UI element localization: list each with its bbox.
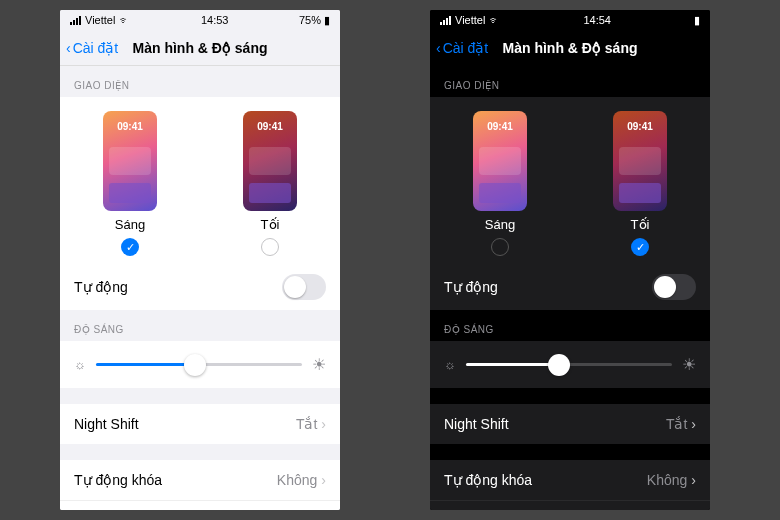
nav-bar: ‹ Cài đặt Màn hình & Độ sáng xyxy=(60,30,340,66)
preview-light: 09:41 xyxy=(103,111,157,211)
brightness-slider[interactable] xyxy=(466,363,672,366)
back-button[interactable]: ‹ Cài đặt xyxy=(66,40,118,56)
sun-large-icon: ☀ xyxy=(312,355,326,374)
night-shift-label: Night Shift xyxy=(74,416,139,432)
page-title: Màn hình & Độ sáng xyxy=(503,40,638,56)
wifi-icon: ᯤ xyxy=(119,14,130,26)
auto-lock-value: Không xyxy=(647,472,687,488)
auto-toggle[interactable] xyxy=(282,274,326,300)
auto-lock-label: Tự động khóa xyxy=(444,472,532,488)
night-shift-value: Tắt xyxy=(666,416,687,432)
light-option-label: Sáng xyxy=(115,217,145,232)
chevron-right-icon: › xyxy=(321,472,326,488)
battery-icon: ▮ xyxy=(694,14,700,27)
chevron-right-icon: › xyxy=(321,416,326,432)
back-label: Cài đặt xyxy=(73,40,119,56)
back-button[interactable]: ‹ Cài đặt xyxy=(436,40,488,56)
nav-bar: ‹ Cài đặt Màn hình & Độ sáng xyxy=(430,30,710,66)
sun-large-icon: ☀ xyxy=(682,355,696,374)
night-shift-value: Tắt xyxy=(296,416,317,432)
auto-lock-row[interactable]: Tự động khóa Không› xyxy=(60,460,340,500)
chevron-right-icon: › xyxy=(691,472,696,488)
chevron-left-icon: ‹ xyxy=(66,40,71,56)
night-shift-row[interactable]: Night Shift Tắt› xyxy=(430,404,710,444)
signal-icon xyxy=(440,16,451,25)
raise-to-wake-row: Đưa lên để bật xyxy=(60,500,340,510)
auto-toggle[interactable] xyxy=(652,274,696,300)
light-option-label: Sáng xyxy=(485,217,515,232)
clock: 14:53 xyxy=(201,14,229,26)
preview-dark: 09:41 xyxy=(613,111,667,211)
dark-option-label: Tối xyxy=(631,217,650,232)
chevron-right-icon: › xyxy=(691,416,696,432)
raise-to-wake-row: Đưa lên để bật xyxy=(430,500,710,510)
wifi-icon: ᯤ xyxy=(489,14,500,26)
phone-dark: Viettel ᯤ 14:54 ▮ ‹ Cài đặt Màn hình & Đ… xyxy=(430,10,710,510)
signal-icon xyxy=(70,16,81,25)
auto-lock-value: Không xyxy=(277,472,317,488)
status-bar: Viettel ᯤ 14:54 ▮ xyxy=(430,10,710,30)
sun-small-icon: ☼ xyxy=(74,357,86,372)
section-brightness-label: ĐỘ SÁNG xyxy=(60,310,340,341)
battery-icon: ▮ xyxy=(324,14,330,27)
brightness-slider[interactable] xyxy=(96,363,302,366)
night-shift-row[interactable]: Night Shift Tắt› xyxy=(60,404,340,444)
night-shift-label: Night Shift xyxy=(444,416,509,432)
battery-pct: 75% xyxy=(299,14,321,26)
appearance-option-light[interactable]: 09:41 Sáng xyxy=(465,111,535,256)
radio-selected-icon[interactable] xyxy=(121,238,139,256)
radio-unselected-icon[interactable] xyxy=(261,238,279,256)
back-label: Cài đặt xyxy=(443,40,489,56)
phone-light: Viettel ᯤ 14:53 75% ▮ ‹ Cài đặt Màn hình… xyxy=(60,10,340,510)
sun-small-icon: ☼ xyxy=(444,357,456,372)
auto-label: Tự động xyxy=(74,279,128,295)
appearance-option-dark[interactable]: 09:41 Tối xyxy=(605,111,675,256)
auto-lock-row[interactable]: Tự động khóa Không› xyxy=(430,460,710,500)
appearance-picker: 09:41 Sáng 09:41 Tối xyxy=(430,97,710,264)
appearance-option-dark[interactable]: 09:41 Tối xyxy=(235,111,305,256)
status-bar: Viettel ᯤ 14:53 75% ▮ xyxy=(60,10,340,30)
radio-unselected-icon[interactable] xyxy=(491,238,509,256)
radio-selected-icon[interactable] xyxy=(631,238,649,256)
auto-appearance-row: Tự động xyxy=(60,264,340,310)
preview-light: 09:41 xyxy=(473,111,527,211)
auto-label: Tự động xyxy=(444,279,498,295)
auto-lock-label: Tự động khóa xyxy=(74,472,162,488)
page-title: Màn hình & Độ sáng xyxy=(133,40,268,56)
appearance-option-light[interactable]: 09:41 Sáng xyxy=(95,111,165,256)
dark-option-label: Tối xyxy=(261,217,280,232)
clock: 14:54 xyxy=(583,14,611,26)
carrier: Viettel xyxy=(455,14,485,26)
section-brightness-label: ĐỘ SÁNG xyxy=(430,310,710,341)
chevron-left-icon: ‹ xyxy=(436,40,441,56)
section-appearance-label: GIAO DIỆN xyxy=(60,66,340,97)
carrier: Viettel xyxy=(85,14,115,26)
auto-appearance-row: Tự động xyxy=(430,264,710,310)
appearance-picker: 09:41 Sáng 09:41 Tối xyxy=(60,97,340,264)
brightness-slider-row: ☼ ☀ xyxy=(60,341,340,388)
preview-dark: 09:41 xyxy=(243,111,297,211)
brightness-slider-row: ☼ ☀ xyxy=(430,341,710,388)
section-appearance-label: GIAO DIỆN xyxy=(430,66,710,97)
